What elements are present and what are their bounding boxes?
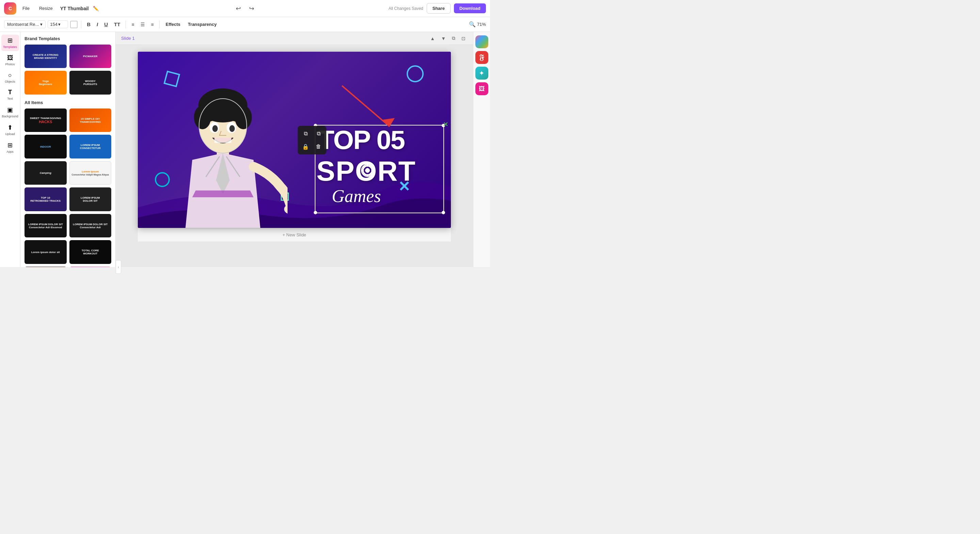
bold-button[interactable]: B xyxy=(85,20,92,29)
template-thumb[interactable]: LOREM IPSUMDOLOR SIT xyxy=(69,188,111,211)
slide-container: ✕ xyxy=(138,52,451,242)
redo-button[interactable]: ↪ xyxy=(247,3,257,14)
upload-icon: ⬆ xyxy=(8,124,13,131)
sidebar-item-objects[interactable]: ○ Objects xyxy=(2,70,19,86)
templates-icon: ⊞ xyxy=(8,37,13,44)
layers-button[interactable]: ⧉ xyxy=(300,128,311,140)
slide-duplicate-button[interactable]: ⧉ xyxy=(450,35,457,42)
align-right-button[interactable]: ≡ xyxy=(149,21,156,29)
undo-button[interactable]: ↩ xyxy=(233,3,243,14)
canvas-header: Slide 1 ▲ ▼ ⧉ ⊡ xyxy=(116,32,473,45)
text-selection-box[interactable]: ✕ xyxy=(315,125,444,213)
canvas-scroll-area[interactable]: ✕ xyxy=(116,45,473,267)
template-thumb[interactable]: Skincareroutine xyxy=(24,267,67,267)
panel-collapse-button[interactable]: ‹ xyxy=(116,260,121,267)
top-right-actions: All Changes Saved Share Download xyxy=(388,3,486,14)
sidebar-item-label: Photos xyxy=(5,63,14,66)
delete-button[interactable]: 🗑 xyxy=(313,141,324,153)
float-context-toolbar: ⧉ ⧉ 🔒 🗑 xyxy=(298,126,326,154)
sidebar-item-text[interactable]: T Text xyxy=(2,87,19,103)
lock-button[interactable]: 🔒 xyxy=(300,141,311,153)
slide-expand-button[interactable]: ⊡ xyxy=(460,35,468,42)
right-sidebar: 𝔉 ✦ 🖼 xyxy=(473,32,490,267)
template-thumb[interactable]: SWEET THANKSGIVINGHACKS xyxy=(24,108,67,132)
character-illustration xyxy=(158,65,288,228)
template-thumb[interactable]: PICMAKER xyxy=(69,44,111,68)
photos-icon: 🖼 xyxy=(7,54,13,62)
right-app-font[interactable]: 𝔉 xyxy=(476,51,488,64)
selection-handle-bl[interactable] xyxy=(314,211,317,214)
template-thumb[interactable]: LOREM IPSUMCONSECTETUR xyxy=(69,135,111,158)
download-button[interactable]: Download xyxy=(454,3,486,13)
right-app-canva[interactable] xyxy=(476,35,488,48)
svg-point-8 xyxy=(229,125,235,132)
sidebar-item-label: Background xyxy=(2,114,18,118)
template-thumb[interactable]: WOODYPURSUITS xyxy=(69,71,111,94)
sidebar-item-label: Apps xyxy=(6,150,14,154)
share-button[interactable]: Share xyxy=(427,3,450,14)
template-thumb[interactable]: LOREM IPSUM DOLOR SITConsectetur Adi Eiu… xyxy=(24,214,67,237)
transparency-button[interactable]: Transparency xyxy=(185,21,220,28)
edit-title-button[interactable]: ✏️ xyxy=(92,5,100,13)
template-thumb[interactable]: Lorem ipsum dolor sit xyxy=(24,240,67,264)
sidebar-item-templates[interactable]: ⊞ Templates xyxy=(2,35,19,51)
template-thumb[interactable]: TOP 10RETROMIXED TRACKS xyxy=(24,188,67,211)
resize-menu[interactable]: Resize xyxy=(36,5,56,12)
template-thumb[interactable]: CREATE A STRONGBRAND IDENTITY xyxy=(24,44,67,68)
effects-button[interactable]: Effects xyxy=(163,21,183,28)
text-color-picker[interactable] xyxy=(70,21,78,28)
align-left-button[interactable]: ≡ xyxy=(129,21,136,29)
font-size-selector[interactable]: 154 ▾ xyxy=(48,21,68,28)
slide[interactable]: ✕ xyxy=(138,52,451,228)
top-bar: C File Resize YT Thumbail ✏️ ↩ ↪ All Cha… xyxy=(0,0,490,17)
file-menu[interactable]: File xyxy=(19,5,33,12)
sidebar-item-background[interactable]: ▣ Background xyxy=(2,104,19,121)
selection-close[interactable]: ✕ xyxy=(443,121,448,128)
slide-label: Slide 1 xyxy=(121,36,135,41)
sidebar-item-label: Templates xyxy=(3,45,17,49)
all-templates-grid: SWEET THANKSGIVINGHACKS 15 SIMPLE DIYTHA… xyxy=(24,108,111,267)
sidebar-item-upload[interactable]: ⬆ Upload xyxy=(2,122,19,138)
template-thumb[interactable]: TOTAL COREWORKOUT xyxy=(69,240,111,264)
svg-point-7 xyxy=(212,125,218,132)
align-center-button[interactable]: ☰ xyxy=(138,21,147,29)
slide-navigation: ▲ ▼ ⧉ ⊡ xyxy=(428,35,468,42)
right-app-draw[interactable]: ✦ xyxy=(476,67,488,79)
right-app-image[interactable]: 🖼 xyxy=(476,82,488,95)
font-family-selector[interactable]: Montserrat Re... ▾ xyxy=(4,21,46,28)
format-toolbar: Montserrat Re... ▾ 154 ▾ B I U TT ≡ ☰ ≡ … xyxy=(0,17,490,32)
template-thumb[interactable]: Lorem IpsumConsectetur Adipit Magna Aliq… xyxy=(69,161,111,185)
new-slide-bar[interactable]: + New Slide xyxy=(138,228,451,242)
all-items-title: All Items xyxy=(24,100,111,105)
template-thumb[interactable]: YogaBeginners xyxy=(69,267,111,267)
template-thumb[interactable]: INDOOR xyxy=(24,135,67,158)
canvas-area: Slide 1 ▲ ▼ ⧉ ⊡ xyxy=(116,32,473,267)
templates-panel: Brand Templates CREATE A STRONGBRAND IDE… xyxy=(21,32,116,267)
sidebar-item-label: Upload xyxy=(5,132,15,136)
objects-icon: ○ xyxy=(8,72,12,79)
selection-handle-br[interactable] xyxy=(442,211,445,214)
template-thumb[interactable]: YogaBeginners xyxy=(24,71,67,94)
zoom-level[interactable]: 🔍 71% xyxy=(469,21,486,27)
slide-down-button[interactable]: ▼ xyxy=(439,35,448,42)
slide-up-button[interactable]: ▲ xyxy=(428,35,437,42)
copy-button[interactable]: ⧉ xyxy=(313,128,324,140)
undo-redo-actions: ↩ ↪ xyxy=(233,3,257,14)
divider xyxy=(81,21,81,29)
background-icon: ▣ xyxy=(7,106,13,114)
italic-button[interactable]: I xyxy=(95,20,100,29)
apps-icon: ⊞ xyxy=(8,141,13,149)
text-transform-button[interactable]: TT xyxy=(112,20,122,29)
brand-templates-grid: CREATE A STRONGBRAND IDENTITY PICMAKER Y… xyxy=(24,44,111,95)
template-thumb[interactable]: 15 SIMPLE DIYTHANKSGIVING xyxy=(69,108,111,132)
sidebar-item-apps[interactable]: ⊞ Apps xyxy=(2,140,19,156)
underline-button[interactable]: U xyxy=(102,20,110,29)
divider2 xyxy=(126,21,126,29)
template-thumb[interactable]: Camping xyxy=(24,161,67,185)
sidebar-item-photos[interactable]: 🖼 Photos xyxy=(2,52,19,68)
svg-point-4 xyxy=(235,105,252,129)
text-icon: T xyxy=(8,89,12,96)
sidebar-item-label: Objects xyxy=(5,80,15,84)
template-thumb[interactable]: LOREM IPSUM DOLOR SITConsectetur Adi xyxy=(69,214,111,237)
brand-section-title: Brand Templates xyxy=(24,36,111,41)
